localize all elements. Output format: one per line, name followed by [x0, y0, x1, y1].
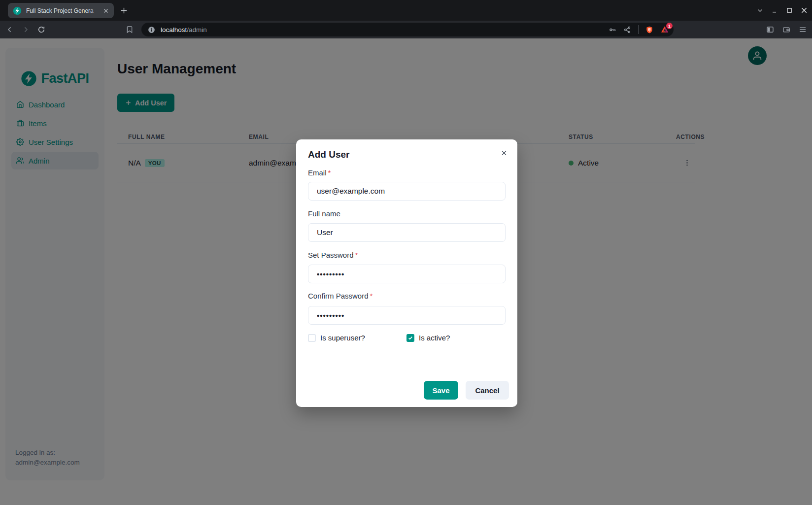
browser-titlebar: Full Stack Project Genera [0, 0, 812, 21]
required-asterisk: * [328, 168, 331, 177]
is-active-label: Is active? [419, 334, 450, 342]
tab-title-fade [89, 3, 102, 18]
page-viewport: FastAPI Dashboard Items [0, 38, 812, 505]
reload-button[interactable] [37, 26, 45, 34]
tab-search-chevron-down-icon[interactable] [756, 6, 764, 14]
toolbar-right-icons [766, 21, 812, 38]
brave-rewards-icon[interactable]: 1 [660, 25, 670, 34]
checkbox-box[interactable] [308, 334, 316, 342]
fastapi-favicon-icon [13, 6, 22, 15]
rewards-badge: 1 [666, 23, 673, 29]
required-asterisk: * [370, 292, 373, 300]
confirm-password-field[interactable] [308, 306, 506, 325]
set-password-label: Set Password* [308, 251, 358, 259]
confirm-password-label: Confirm Password* [308, 292, 372, 300]
wallet-icon[interactable] [782, 25, 791, 34]
new-tab-button[interactable] [120, 6, 128, 15]
browser-toolbar: localhost/admin 1 [0, 21, 812, 38]
minimize-button[interactable] [771, 6, 778, 14]
email-label: Email* [308, 168, 331, 177]
modal-actions: Save Cancel [424, 381, 509, 400]
browser-window: Full Stack Project Genera [0, 0, 812, 505]
full-name-label: Full name [308, 209, 340, 218]
site-info-icon[interactable] [147, 26, 156, 34]
key-icon[interactable] [609, 26, 617, 34]
toolbar-divider [638, 25, 639, 34]
brave-shield-icon[interactable] [645, 26, 653, 34]
required-asterisk: * [355, 251, 358, 259]
window-controls [756, 0, 812, 21]
share-icon[interactable] [623, 26, 632, 34]
save-button[interactable]: Save [424, 381, 458, 400]
checkbox-box[interactable] [406, 334, 414, 342]
back-button[interactable] [6, 26, 14, 34]
is-active-checkbox[interactable]: Is active? [406, 334, 505, 342]
url-bar[interactable]: localhost/admin 1 [141, 23, 674, 36]
checkbox-row: Is superuser? Is active? [308, 334, 505, 342]
menu-icon[interactable] [798, 25, 807, 34]
url-text: localhost/admin [161, 26, 207, 34]
check-icon [408, 336, 413, 340]
is-superuser-label: Is superuser? [320, 334, 365, 342]
cancel-button[interactable]: Cancel [466, 381, 509, 400]
sidebar-panel-icon[interactable] [766, 25, 775, 34]
modal-close-icon[interactable] [498, 146, 510, 159]
forward-button[interactable] [22, 26, 30, 34]
maximize-button[interactable] [785, 6, 793, 14]
tab-close-icon[interactable] [102, 7, 110, 15]
full-name-field[interactable] [308, 223, 506, 242]
modal-title: Add User [308, 149, 349, 160]
bookmark-icon[interactable] [126, 26, 134, 34]
set-password-field[interactable] [308, 265, 506, 283]
url-path: /admin [187, 26, 207, 34]
browser-tab[interactable]: Full Stack Project Genera [8, 3, 114, 18]
close-window-button[interactable] [800, 6, 808, 14]
email-field[interactable] [308, 182, 506, 201]
url-host: localhost [161, 26, 187, 34]
is-superuser-checkbox[interactable]: Is superuser? [308, 334, 406, 342]
add-user-modal: Add User Email* Full name Set Password* … [296, 139, 517, 407]
